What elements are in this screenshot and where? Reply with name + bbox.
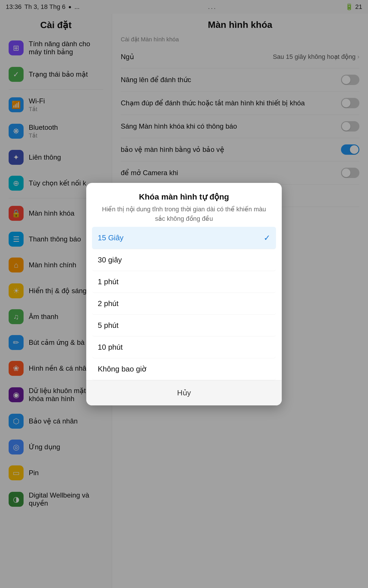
dialog-header: Khóa màn hình tự động Hiển thị nội dung … [86, 183, 282, 227]
dialog-option-30s[interactable]: 30 giây [92, 249, 276, 271]
dialog-option-never[interactable]: Không bao giờ [92, 358, 276, 380]
dialog-option-5m[interactable]: 5 phút [92, 315, 276, 336]
dialog-option-label-30s: 30 giây [98, 256, 122, 264]
dialog-option-label-1m: 1 phút [98, 277, 118, 286]
dialog-option-1m[interactable]: 1 phút [92, 271, 276, 293]
dialog-cancel-label: Hủy [177, 388, 191, 397]
dialog-option-label-2m: 2 phút [98, 299, 118, 308]
dialog-option-15s[interactable]: 15 Giây✓ [92, 227, 276, 249]
checkmark-icon: ✓ [264, 233, 270, 243]
dialog-title: Khóa màn hình tự động [98, 192, 270, 202]
dialog-option-label-5m: 5 phút [98, 321, 118, 330]
dialog-option-10m[interactable]: 10 phút [92, 336, 276, 358]
dialog-option-label-never: Không bao giờ [98, 365, 146, 374]
dialog-option-label-15s: 15 Giây [98, 233, 124, 242]
dialog: Khóa màn hình tự động Hiển thị nội dung … [86, 183, 282, 405]
dialog-options: 15 Giây✓30 giây1 phút2 phút5 phút10 phút… [86, 227, 282, 380]
dialog-description: Hiển thị nội dung tĩnh trong thời gian d… [98, 204, 270, 223]
dialog-option-2m[interactable]: 2 phút [92, 293, 276, 315]
dialog-cancel-button[interactable]: Hủy [86, 380, 282, 405]
dialog-option-label-10m: 10 phút [98, 343, 123, 352]
overlay[interactable]: Khóa màn hình tự động Hiển thị nội dung … [0, 0, 368, 588]
